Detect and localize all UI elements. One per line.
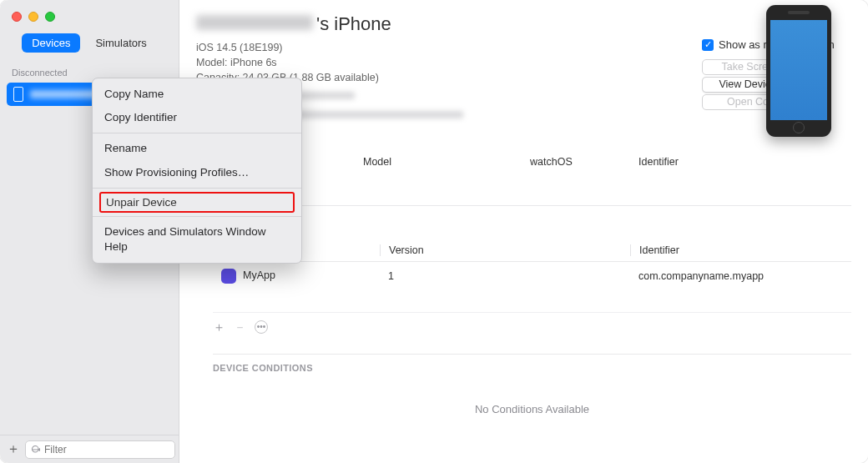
app-icon bbox=[221, 269, 236, 284]
paired-column-headers: Name Model watchOS Identifier bbox=[213, 156, 851, 206]
remove-app-button[interactable]: － bbox=[234, 320, 246, 335]
device-screen-icon bbox=[770, 20, 827, 120]
device-preview bbox=[766, 5, 831, 137]
sidebar-tabs: Devices Simulators bbox=[0, 30, 179, 63]
checkbox-checked-icon[interactable]: ✓ bbox=[702, 39, 714, 51]
col-watchos: watchOS bbox=[530, 156, 638, 168]
filter-field[interactable] bbox=[25, 440, 175, 459]
apps-col-version[interactable]: Version bbox=[380, 244, 630, 256]
app-version-cell: 1 bbox=[380, 270, 630, 282]
installed-apps-title: INSTALLED APPS bbox=[213, 218, 851, 233]
no-conditions-label: No Conditions Available bbox=[213, 378, 851, 415]
menu-show-provisioning[interactable]: Show Provisioning Profiles… bbox=[93, 161, 301, 184]
device-title: 's iPhone bbox=[196, 13, 851, 35]
installed-apps-table: Name Version Identifier MyApp 1 com.comp… bbox=[213, 239, 851, 339]
device-conditions-section: DEVICE CONDITIONS No Conditions Availabl… bbox=[179, 355, 868, 419]
device-conditions-title: DEVICE CONDITIONS bbox=[213, 363, 851, 378]
add-button[interactable]: ＋ bbox=[7, 442, 20, 457]
tab-devices[interactable]: Devices bbox=[22, 33, 80, 53]
app-name-cell: MyApp bbox=[213, 269, 380, 284]
menu-separator bbox=[93, 133, 301, 133]
apps-column-headers: Name Version Identifier bbox=[213, 239, 851, 262]
device-name-redacted bbox=[30, 90, 97, 98]
apps-col-identifier[interactable]: Identifier bbox=[630, 244, 851, 256]
filter-input[interactable] bbox=[44, 444, 169, 455]
svg-point-0 bbox=[33, 445, 39, 452]
iphone-icon bbox=[13, 87, 23, 102]
title-suffix: 's iPhone bbox=[316, 13, 391, 35]
home-button-icon bbox=[793, 122, 805, 133]
menu-window-help[interactable]: Devices and Simulators Window Help bbox=[93, 220, 301, 259]
app-name: MyApp bbox=[243, 269, 275, 281]
context-menu: Copy Name Copy Identifier Rename Show Pr… bbox=[92, 78, 302, 264]
add-app-button[interactable]: ＋ bbox=[213, 320, 225, 335]
menu-unpair-device[interactable]: Unpair Device bbox=[106, 196, 288, 209]
minimize-icon[interactable] bbox=[28, 12, 38, 22]
menu-copy-identifier[interactable]: Copy Identifier bbox=[93, 106, 301, 129]
tab-simulators[interactable]: Simulators bbox=[85, 33, 156, 53]
table-row[interactable]: MyApp 1 com.companyname.myapp bbox=[213, 262, 851, 290]
more-actions-button[interactable]: ••• bbox=[255, 320, 268, 334]
filter-icon bbox=[31, 445, 41, 455]
col-identifier: Identifier bbox=[638, 156, 851, 168]
menu-unpair-highlight: Unpair Device bbox=[99, 192, 295, 213]
menu-separator bbox=[93, 216, 301, 217]
app-identifier-cell: com.companyname.myapp bbox=[630, 270, 851, 282]
devices-window: Devices Simulators Disconnected ＋ 's iPh… bbox=[0, 0, 868, 463]
window-controls bbox=[12, 12, 55, 22]
menu-separator bbox=[93, 188, 301, 189]
col-model: Model bbox=[363, 156, 530, 168]
apps-table-actions: ＋ － ••• bbox=[213, 312, 851, 339]
menu-rename[interactable]: Rename bbox=[93, 137, 301, 160]
sidebar-footer: ＋ bbox=[0, 435, 179, 463]
maximize-icon[interactable] bbox=[45, 12, 55, 22]
owner-name-redacted bbox=[196, 15, 313, 30]
close-icon[interactable] bbox=[12, 12, 22, 22]
menu-copy-name[interactable]: Copy Name bbox=[93, 83, 301, 106]
